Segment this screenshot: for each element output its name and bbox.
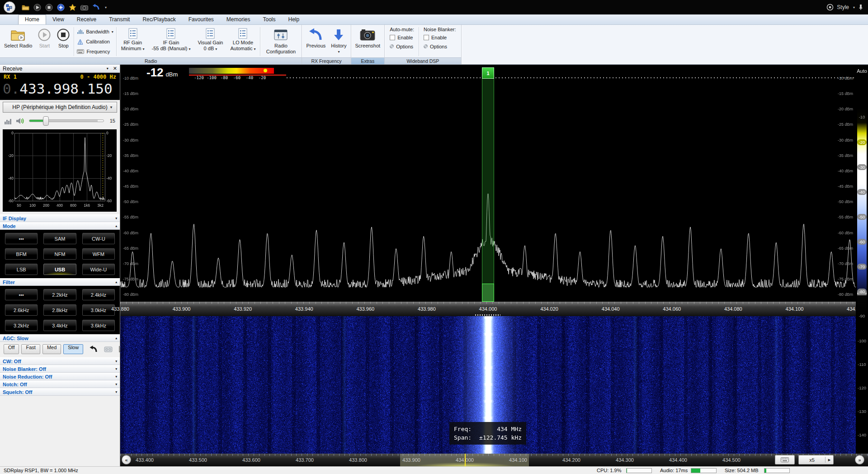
tab-receive[interactable]: Receive [71,15,103,24]
agc-button-fast[interactable]: Fast [21,344,40,354]
section-squelch[interactable]: Squelch: Off▾ [0,388,120,396]
filter-button-[interactable]: ••• [5,289,38,300]
mode-button-nfm[interactable]: NFM [43,248,76,260]
tab-home[interactable]: Home [18,14,46,24]
app-menu-button[interactable] [4,1,15,13]
stop-icon[interactable] [45,4,53,11]
audio-device-select[interactable]: HP (Périphérique High Definition Audio) … [3,102,117,113]
section-noise-blanker[interactable]: Noise Blanker: Off▾ [0,365,120,373]
auto-mute-enable[interactable]: Enable [390,33,414,41]
style-caret-icon[interactable]: ▾ [853,5,855,9]
db-label: -70 dBm [833,261,853,266]
tab-transmit[interactable]: Transmit [103,15,136,24]
visual-gain-dropdown[interactable]: Visual Gain 0 dB ▾ [194,26,226,57]
undo-icon[interactable] [92,4,100,11]
monitor-icon[interactable] [104,346,113,352]
mode-button-bfm[interactable]: BFM [5,248,38,260]
tab-help[interactable]: Help [282,15,306,24]
rx-marker-foot[interactable] [482,284,494,302]
db-label: -15 dBm [833,91,853,96]
stop-button[interactable]: Stop [54,26,73,57]
mode-button-wfm[interactable]: WFM [82,248,115,260]
filter-button-2-4khz[interactable]: 2.4kHz [82,289,115,300]
section-mode[interactable]: Mode▴ [0,222,120,230]
pin-icon[interactable] [858,4,863,10]
mode-button-sam[interactable]: SAM [43,233,76,244]
history-button[interactable]: History ▾ [328,26,349,57]
start-icon[interactable] [33,4,41,11]
tab-view[interactable]: View [46,15,71,24]
calibration-button[interactable]: Calibration [77,38,113,46]
tab-tools[interactable]: Tools [257,15,282,24]
waterfall[interactable]: Freq:434 MHz Span:±122.745 kHz [120,316,856,454]
open-folder-icon[interactable] [22,4,29,11]
filter-button-3-6khz[interactable]: 3.6kHz [82,320,115,331]
qat-customize-caret-icon[interactable]: ▾ [105,5,107,9]
tab-rec-playback[interactable]: Rec/Playback [136,15,182,24]
agc-button-off[interactable]: Off [4,344,19,354]
radio-configuration-button[interactable]: Radio Configuration [261,26,300,57]
noise-blanker-options[interactable]: Options [424,43,456,50]
favourite-star-icon[interactable] [69,4,76,11]
add-icon[interactable] [57,4,65,11]
select-radio-button[interactable]: Select Radio [1,26,35,57]
palette-auto-label[interactable]: Auto [856,68,868,74]
tab-memories[interactable]: Memories [220,15,257,24]
auto-mute-checkbox[interactable] [390,35,395,40]
section-notch[interactable]: Notch: Off▾ [0,380,120,388]
mode-button-lsb[interactable]: LSB [5,264,38,275]
mode-button-usb[interactable]: USB [43,264,76,275]
filter-button-2-6khz[interactable]: 2.6kHz [5,304,38,316]
undo-icon[interactable] [89,346,98,353]
noise-blanker-checkbox[interactable] [424,35,429,40]
auto-mute-options[interactable]: Options [390,43,414,50]
band-navigator[interactable]: 433.400433.500433.600433.700433.800433.9… [120,454,868,466]
mode-button-[interactable]: ••• [5,233,38,244]
rx-marker[interactable]: 1 [482,67,494,302]
style-icon[interactable] [826,4,834,11]
agc-button-slow[interactable]: Slow [63,344,83,354]
zoom-menu-caret-icon[interactable]: ▸ [825,457,833,463]
section-agc[interactable]: AGC: Slow▴ [0,334,120,342]
navigator-right-button[interactable]: » [855,455,864,465]
mode-button-cw-u[interactable]: CW-U [82,233,115,244]
filter-button-2-8khz[interactable]: 2.8kHz [43,304,76,316]
bandwidth-button[interactable]: Bandwidth▾ [77,28,113,36]
navigator-zoom-button[interactable]: x5 ▸ [798,455,834,465]
start-button[interactable]: Start [35,26,54,57]
filter-button-3-2khz[interactable]: 3.2kHz [5,320,38,331]
tuned-frequency[interactable]: 0.433.998.150 [3,81,117,97]
section-cw[interactable]: CW: Off▾ [0,357,120,365]
previous-button[interactable]: Previous [303,26,328,57]
equalizer-icon[interactable] [5,118,12,124]
lo-mode-dropdown[interactable]: LO Mode Automatic ▾ [226,26,259,57]
panel-caret-icon[interactable]: ▾ [107,66,108,71]
section-filter[interactable]: Filter▴ [0,278,120,286]
frequency-display[interactable]: RX 1 0 - 4000 Hz 0.433.998.150 [0,73,120,100]
spectrum-frequency-scale[interactable]: 433.880433.900433.920433.940433.960433.9… [120,302,856,316]
rx-marker-number[interactable]: 1 [482,67,494,79]
filter-button-3-4khz[interactable]: 3.4kHz [43,320,76,331]
volume-slider-handle[interactable] [43,116,49,126]
rx-marker-band[interactable] [482,79,494,284]
screenshot-button[interactable]: Screenshot [353,26,383,57]
section-noise-reduction[interactable]: Noise Reduction: Off▾ [0,373,120,380]
if-gain-dropdown[interactable]: IF Gain -55 dB (Manual) ▾ [148,26,194,57]
noise-blanker-enable[interactable]: Enable [424,33,456,41]
style-label[interactable]: Style [837,4,849,10]
rf-gain-dropdown[interactable]: RF Gain Minimum ▾ [118,26,148,57]
volume-slider[interactable] [29,119,104,122]
filter-button-2-2khz[interactable]: 2.2kHz [43,289,76,300]
frequency-button[interactable]: Frequency [77,47,113,56]
section-if-display[interactable]: IF Display▾ [0,214,120,222]
navigator-left-button[interactable]: « [122,455,131,465]
camera-icon[interactable] [80,4,88,11]
palette-tick: -120 [856,385,868,390]
agc-button-med[interactable]: Med [42,344,61,354]
mode-button-wide-u[interactable]: Wide-U [82,264,115,275]
tab-favourites[interactable]: Favourites [182,15,220,24]
speaker-icon[interactable] [16,117,25,125]
waterfall-palette-scale[interactable]: Auto -10-20-30-40-50-60-70-80-90-100-110… [856,65,868,454]
navigator-keyboard-button[interactable] [775,455,795,465]
panel-close-icon[interactable]: ✕ [113,66,117,71]
